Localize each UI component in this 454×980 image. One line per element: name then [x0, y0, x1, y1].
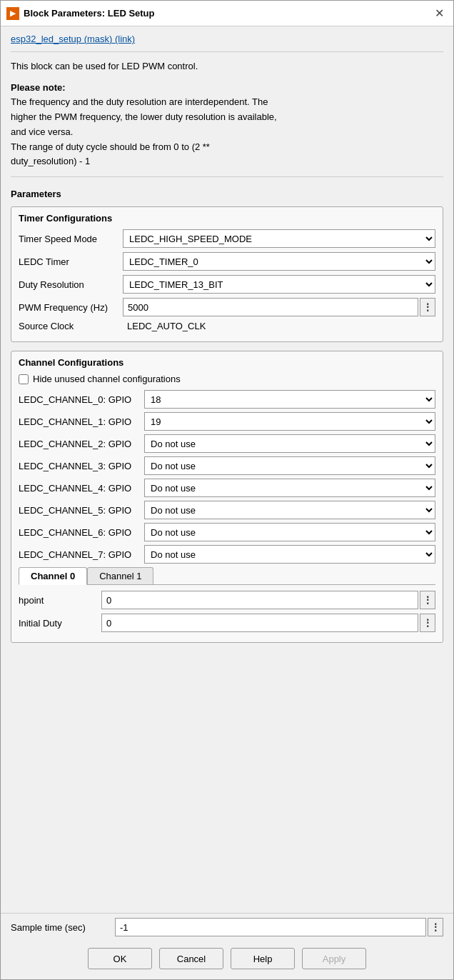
- note-line2: higher the PWM frequency, the lower duty…: [11, 111, 277, 122]
- duty-resolution-row: Duty Resolution LEDC_TIMER_1_BIT LEDC_TI…: [19, 275, 435, 294]
- note-line3: and vice versa.: [11, 126, 73, 137]
- main-window: ▶ Block Parameters: LED Setup ✕ esp32_le…: [0, 0, 454, 980]
- tab-channel-1[interactable]: Channel 1: [87, 567, 153, 584]
- channel-7-select[interactable]: Do not use 18 19: [144, 545, 435, 564]
- hpoint-input[interactable]: 0: [101, 591, 418, 609]
- ledc-timer-row: LEDC Timer LEDC_TIMER_0 LEDC_TIMER_1 LED…: [19, 252, 435, 271]
- hpoint-row: hpoint 0 ⋮: [19, 591, 435, 609]
- hide-unused-checkbox[interactable]: [19, 374, 29, 384]
- pwm-frequency-input-group: 5000 ⋮: [123, 298, 435, 316]
- channel-config-group: Channel Configurations Hide unused chann…: [11, 351, 443, 643]
- hide-unused-row: Hide unused channel configurations: [19, 374, 435, 384]
- pwm-frequency-label: PWM Frequency (Hz): [19, 302, 118, 313]
- apply-button[interactable]: Apply: [302, 948, 366, 969]
- channel-5-label: LEDC_CHANNEL_5: GPIO: [19, 505, 140, 516]
- channel-0-label: LEDC_CHANNEL_0: GPIO: [19, 394, 140, 405]
- hpoint-label: hpoint: [19, 595, 97, 606]
- source-clock-row: Source Clock LEDC_AUTO_CLK: [19, 321, 435, 331]
- help-button[interactable]: Help: [231, 948, 295, 969]
- ledc-timer-select[interactable]: LEDC_TIMER_0 LEDC_TIMER_1 LEDC_TIMER_2 L…: [123, 252, 435, 271]
- channel-3-select[interactable]: Do not use 18 19: [144, 456, 435, 475]
- description-text: This block can be used for LED PWM contr…: [11, 59, 443, 74]
- ok-button[interactable]: OK: [88, 948, 152, 969]
- ledc-timer-label: LEDC Timer: [19, 256, 118, 267]
- block-link[interactable]: esp32_led_setup (mask) (link): [11, 34, 443, 44]
- params-label: Parameters: [11, 189, 443, 199]
- initial-duty-label: Initial Duty: [19, 618, 97, 629]
- initial-duty-input-group: 0 ⋮: [101, 614, 435, 632]
- channel-4-select[interactable]: Do not use 18 19: [144, 479, 435, 497]
- pwm-frequency-input[interactable]: 5000: [123, 298, 418, 316]
- sample-time-row: Sample time (sec) -1 ⋮: [11, 918, 443, 936]
- initial-duty-row: Initial Duty 0 ⋮: [19, 614, 435, 632]
- hpoint-dots-button[interactable]: ⋮: [420, 591, 435, 609]
- timer-speed-mode-select[interactable]: LEDC_HIGH_SPEED_MODE LEDC_LOW_SPEED_MODE: [123, 229, 435, 248]
- channel-4-row: LEDC_CHANNEL_4: GPIO Do not use 18 19: [19, 479, 435, 497]
- channel-4-label: LEDC_CHANNEL_4: GPIO: [19, 483, 140, 494]
- divider-2: [11, 176, 443, 177]
- timer-speed-mode-row: Timer Speed Mode LEDC_HIGH_SPEED_MODE LE…: [19, 229, 435, 248]
- cancel-button[interactable]: Cancel: [159, 948, 223, 969]
- pwm-frequency-dots-button[interactable]: ⋮: [420, 298, 435, 316]
- content-area: esp32_led_setup (mask) (link) This block…: [1, 26, 453, 913]
- hide-unused-label: Hide unused channel configurations: [33, 374, 181, 384]
- channel-2-label: LEDC_CHANNEL_2: GPIO: [19, 439, 140, 449]
- channel-5-select[interactable]: Do not use 18 19: [144, 501, 435, 519]
- timer-config-group: Timer Configurations Timer Speed Mode LE…: [11, 206, 443, 342]
- channel-3-row: LEDC_CHANNEL_3: GPIO Do not use 18 19: [19, 456, 435, 475]
- initial-duty-dots-button[interactable]: ⋮: [420, 614, 435, 632]
- channel-2-select[interactable]: Do not use 18 19: [144, 434, 435, 453]
- tab-channel-0[interactable]: Channel 0: [19, 567, 87, 585]
- note-line1: The frequency and the duty resolution ar…: [11, 96, 268, 107]
- sample-time-input[interactable]: -1: [115, 918, 426, 936]
- channel-6-select[interactable]: Do not use 18 19: [144, 523, 435, 541]
- channel-6-label: LEDC_CHANNEL_6: GPIO: [19, 527, 140, 538]
- channel-tabs-row: Channel 0 Channel 1: [19, 567, 435, 585]
- channel-0-select[interactable]: 18 19 Do not use: [144, 390, 435, 409]
- app-icon: ▶: [6, 7, 19, 20]
- channel-2-row: LEDC_CHANNEL_2: GPIO Do not use 18 19: [19, 434, 435, 453]
- source-clock-label: Source Clock: [19, 321, 118, 331]
- channel-1-label: LEDC_CHANNEL_1: GPIO: [19, 416, 140, 427]
- sample-time-label: Sample time (sec): [11, 922, 111, 933]
- button-row: OK Cancel Help Apply: [11, 942, 443, 975]
- channel-1-select[interactable]: 19 18 Do not use: [144, 412, 435, 431]
- timer-config-title: Timer Configurations: [19, 213, 435, 224]
- channel-config-title: Channel Configurations: [19, 357, 435, 368]
- duty-resolution-label: Duty Resolution: [19, 279, 118, 290]
- sample-time-dots-button[interactable]: ⋮: [428, 918, 443, 936]
- title-bar: ▶ Block Parameters: LED Setup ✕: [1, 1, 453, 26]
- channel-7-label: LEDC_CHANNEL_7: GPIO: [19, 549, 140, 560]
- note-prefix: Please note:: [11, 82, 66, 93]
- channel-1-row: LEDC_CHANNEL_1: GPIO 19 18 Do not use: [19, 412, 435, 431]
- channel-3-label: LEDC_CHANNEL_3: GPIO: [19, 461, 140, 471]
- channel-0-row: LEDC_CHANNEL_0: GPIO 18 19 Do not use: [19, 390, 435, 409]
- channel-5-row: LEDC_CHANNEL_5: GPIO Do not use 18 19: [19, 501, 435, 519]
- timer-speed-mode-label: Timer Speed Mode: [19, 234, 118, 244]
- note-line4: The range of duty cycle should be from 0…: [11, 141, 210, 152]
- initial-duty-input[interactable]: 0: [101, 614, 418, 632]
- hpoint-input-group: 0 ⋮: [101, 591, 435, 609]
- channel-6-row: LEDC_CHANNEL_6: GPIO Do not use 18 19: [19, 523, 435, 541]
- close-button[interactable]: ✕: [430, 5, 448, 22]
- note-line5: duty_resolution) - 1: [11, 156, 90, 166]
- channel-7-row: LEDC_CHANNEL_7: GPIO Do not use 18 19: [19, 545, 435, 564]
- divider-1: [11, 51, 443, 52]
- sample-time-input-group: -1 ⋮: [115, 918, 443, 936]
- bottom-section: Sample time (sec) -1 ⋮ OK Cancel Help Ap…: [1, 913, 453, 979]
- title-bar-left: ▶ Block Parameters: LED Setup: [6, 7, 155, 20]
- source-clock-value: LEDC_AUTO_CLK: [123, 321, 435, 331]
- pwm-frequency-row: PWM Frequency (Hz) 5000 ⋮: [19, 298, 435, 316]
- note-block: Please note: The frequency and the duty …: [11, 81, 443, 170]
- window-title: Block Parameters: LED Setup: [24, 8, 155, 19]
- duty-resolution-select[interactable]: LEDC_TIMER_1_BIT LEDC_TIMER_2_BIT LEDC_T…: [123, 275, 435, 294]
